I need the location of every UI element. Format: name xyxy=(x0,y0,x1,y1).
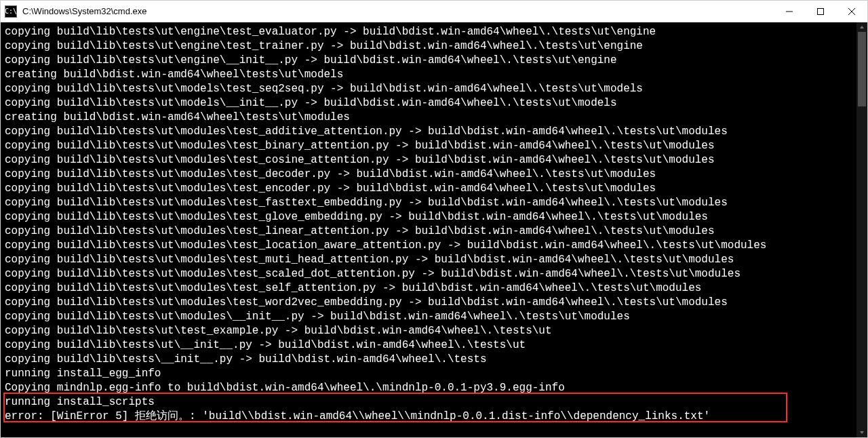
close-button[interactable] xyxy=(836,1,867,22)
scroll-thumb[interactable] xyxy=(858,32,866,106)
client-area: copying build\lib\tests\ut\engine\test_e… xyxy=(1,22,867,437)
system-icon-label: C:\ xyxy=(5,8,17,15)
maximize-button[interactable] xyxy=(805,1,836,22)
console-text: copying build\lib\tests\ut\engine\test_e… xyxy=(5,25,852,424)
titlebar[interactable]: C:\ C:\Windows\System32\cmd.exe xyxy=(1,1,867,22)
cmd-window: C:\ C:\Windows\System32\cmd.exe copying … xyxy=(0,0,868,438)
vertical-scrollbar[interactable] xyxy=(856,22,867,437)
console-output[interactable]: copying build\lib\tests\ut\engine\test_e… xyxy=(1,22,856,437)
window-controls xyxy=(774,1,867,22)
svg-rect-0 xyxy=(818,8,824,14)
system-menu-icon[interactable]: C:\ xyxy=(5,5,17,18)
minimize-button[interactable] xyxy=(774,1,805,22)
scroll-up-arrow[interactable] xyxy=(856,22,867,32)
scroll-down-arrow[interactable] xyxy=(856,428,867,437)
window-title: C:\Windows\System32\cmd.exe xyxy=(22,6,774,16)
